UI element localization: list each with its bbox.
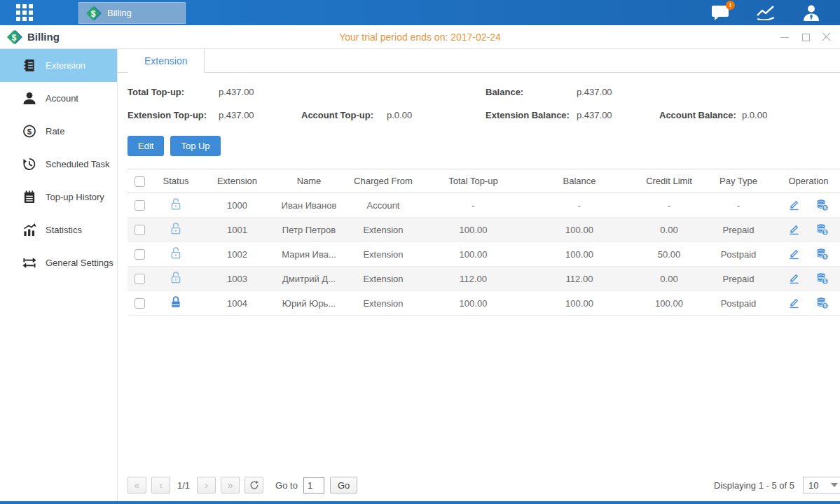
edit-pencil-icon[interactable] [788,199,800,211]
cell-balance: 100.00 [524,291,635,316]
balance-value: p.437.00 [577,87,659,97]
edit-pencil-icon[interactable] [788,272,800,284]
pagination-bar: « ‹ 1/1 › » Go to Go Displaying 1 - 5 of… [128,476,840,494]
edit-pencil-icon[interactable] [788,297,800,309]
cell-credit-limit: 0.00 [635,218,703,242]
window-title-group: $ Billing [0,29,60,45]
extension-balance-value: p.437.00 [577,110,659,120]
cell-charged-from: Extension [344,267,422,291]
top-up-coins-icon[interactable]: $ [815,297,829,309]
row-checkbox[interactable] [135,274,145,284]
cell-total-topup: 100.00 [422,242,524,267]
cell-charged-from: Extension [344,291,422,316]
cell-balance: - [524,193,635,218]
account-balance-label: Account Balance: [659,110,742,120]
tab-extension[interactable]: Extension [128,49,205,73]
sidebar: Extension Account $ Rate Scheduled Task [0,49,118,501]
row-checkbox[interactable] [135,200,145,211]
table-row: 1000 Иван Иванов Account - - - - [128,193,840,218]
next-page-button[interactable]: › [197,477,216,493]
trial-notice: Your trial period ends on: 2017-02-24 [0,31,840,43]
taskbar-tab-billing[interactable]: $ Billing [78,2,186,24]
prev-page-button[interactable]: ‹ [151,477,170,493]
cell-total-topup: 100.00 [422,291,524,316]
top-up-coins-icon[interactable]: $ [815,248,829,260]
window-titlebar: Your trial period ends on: 2017-02-24 $ … [0,25,840,49]
cell-credit-limit: - [635,193,703,218]
top-up-coins-icon[interactable]: $ [815,272,829,285]
lock-unlocked-icon [170,246,182,260]
cell-total-topup: 112.00 [422,267,524,291]
cell-name: Мария Ива... [274,242,344,267]
svg-text:$: $ [824,230,827,235]
sidebar-item-topup-history[interactable]: Top-up History [0,181,117,214]
ledger-icon [22,59,36,72]
table-header-row: Status Extension Name Charged From Total… [128,169,840,193]
col-extension: Extension [200,169,274,193]
first-page-button[interactable]: « [128,477,146,493]
col-charged-from: Charged From [344,169,422,193]
notification-badge: ! [726,1,735,10]
cell-name: Юрий Юрь... [274,291,344,316]
extension-table: Status Extension Name Charged From Total… [128,169,840,316]
cell-charged-from: Account [344,193,422,218]
resource-monitor-icon[interactable] [756,5,776,20]
top-up-coins-icon[interactable]: $ [815,223,829,236]
minimize-icon[interactable] [780,32,790,42]
row-checkbox[interactable] [135,249,145,260]
cell-name: Иван Иванов [274,193,344,218]
tab-strip: Extension [118,49,840,73]
refresh-button[interactable] [245,477,263,493]
lock-unlocked-icon [170,222,182,235]
top-up-button[interactable]: Top Up [170,136,220,156]
row-checkbox[interactable] [135,298,145,309]
transfer-arrows-icon [22,256,36,270]
sidebar-item-extension[interactable]: Extension [0,49,117,82]
billing-summary: Total Top-up: p.437.00 Extension Top-up:… [128,87,840,120]
col-operation: Operation [773,169,840,193]
cell-credit-limit: 0.00 [635,267,703,291]
cell-extension: 1003 [200,267,274,291]
edit-button[interactable]: Edit [128,136,164,156]
goto-page-input[interactable] [303,477,324,493]
sidebar-item-account[interactable]: Account [0,82,117,115]
table-row: 1004 Юрий Юрь... Extension 100.00 100.00… [128,291,840,316]
go-button[interactable]: Go [330,477,357,493]
select-all-checkbox[interactable] [135,176,145,187]
sidebar-item-label: General Settings [46,258,113,268]
account-topup-label: Account Top-up: [301,110,387,120]
chat-bubble-icon[interactable]: ! [711,5,729,20]
sidebar-item-rate[interactable]: $ Rate [0,115,117,148]
page-size-value: 10 [808,480,818,491]
page-size-select[interactable]: 10 [803,477,840,493]
sidebar-item-scheduled-task[interactable]: Scheduled Task [0,148,117,181]
maximize-icon[interactable] [801,32,811,42]
close-icon[interactable] [822,32,832,42]
apps-grid-icon[interactable] [0,0,49,25]
svg-text:$: $ [824,279,827,284]
edit-pencil-icon[interactable] [788,248,800,260]
col-status: Status [151,169,200,193]
desktop-edge [0,501,840,504]
top-up-coins-icon[interactable]: $ [815,199,829,211]
lock-unlocked-icon [170,271,182,284]
total-topup-value: p.437.00 [219,87,301,97]
last-page-button[interactable]: » [221,477,240,493]
col-balance: Balance [524,169,635,193]
person-icon [22,92,36,105]
total-topup-label: Total Top-up: [128,87,219,97]
account-topup-value: p.0.00 [387,110,486,120]
sidebar-item-statistics[interactable]: Statistics [0,214,117,246]
account-balance-value: p.0.00 [742,110,840,120]
edit-pencil-icon[interactable] [788,223,800,235]
svg-text:$: $ [824,303,827,309]
cell-charged-from: Extension [344,242,422,267]
bar-chart-icon [22,223,36,237]
sidebar-item-general-settings[interactable]: General Settings [0,246,117,279]
row-checkbox[interactable] [135,225,145,235]
extension-topup-label: Extension Top-up: [128,110,219,120]
cell-extension: 1000 [200,193,274,218]
table-row: 1001 Петр Петров Extension 100.00 100.00… [128,218,840,242]
cell-credit-limit: 100.00 [635,291,703,316]
user-account-icon[interactable] [802,4,820,21]
